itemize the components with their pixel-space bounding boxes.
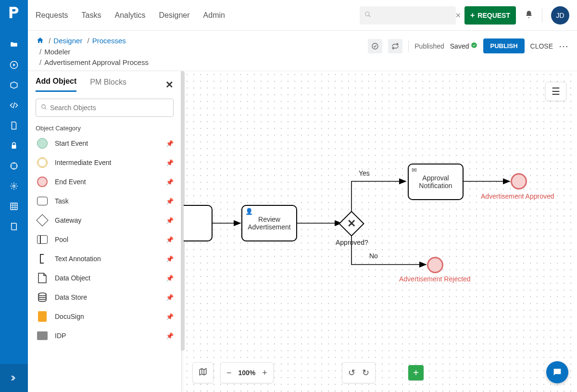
- topnav-requests[interactable]: Requests: [36, 11, 68, 20]
- loop-button-icon[interactable]: [388, 39, 402, 53]
- map-icon: [199, 367, 207, 379]
- nav-book-icon[interactable]: [0, 216, 28, 237]
- history-controls: ↺ ↻: [342, 362, 376, 383]
- more-actions-icon[interactable]: ⋯: [559, 40, 568, 52]
- svg-point-5: [372, 43, 378, 49]
- minimap-button[interactable]: [192, 362, 213, 383]
- gateway-label: Approved?: [336, 239, 368, 246]
- vertical-divider: [542, 8, 542, 23]
- nav-doc-icon[interactable]: [0, 115, 28, 136]
- nav-play-icon[interactable]: [0, 55, 28, 75]
- validate-button-icon[interactable]: [368, 39, 382, 53]
- palette-panel: Add Object PM Blocks ✕ Object Category S…: [28, 71, 182, 392]
- search-objects-input[interactable]: [50, 104, 168, 112]
- process-canvas[interactable]: ☰ 👤: [184, 71, 577, 392]
- topnav-designer[interactable]: Designer: [159, 11, 190, 20]
- task-approval-notification[interactable]: ✉ Approval Notification: [408, 164, 464, 200]
- end-rejected[interactable]: [427, 257, 443, 273]
- end-approved[interactable]: [511, 173, 527, 190]
- pin-icon[interactable]: 📌: [166, 236, 174, 243]
- vertical-divider: [408, 40, 409, 52]
- pin-icon[interactable]: 📌: [166, 178, 174, 186]
- global-search-input[interactable]: [371, 12, 455, 19]
- canvas-menu-icon[interactable]: ☰: [545, 82, 566, 101]
- search-icon: [364, 11, 371, 19]
- user-avatar[interactable]: JD: [551, 6, 569, 25]
- topbar: Requests Tasks Analytics Designer Admin …: [28, 0, 577, 31]
- undo-button[interactable]: ↺: [348, 367, 355, 378]
- palette-text-annotation[interactable]: Text Annotation📌: [32, 249, 178, 268]
- topnav-admin[interactable]: Admin: [203, 11, 225, 20]
- task-review-advertisement[interactable]: 👤 Review Advertisement: [241, 205, 297, 241]
- breadcrumb-home-icon[interactable]: [37, 36, 44, 47]
- close-button[interactable]: CLOSE: [530, 42, 553, 50]
- nav-gear-icon[interactable]: [0, 176, 28, 196]
- nav-folder-icon[interactable]: [0, 35, 28, 55]
- status-published: Published: [414, 42, 444, 50]
- logo: [6, 5, 22, 20]
- partial-task-edge[interactable]: [184, 205, 213, 241]
- svg-point-2: [13, 185, 15, 188]
- pin-icon[interactable]: 📌: [166, 198, 174, 205]
- pin-icon[interactable]: 📌: [166, 255, 174, 263]
- palette-task[interactable]: Task📌: [32, 191, 178, 211]
- add-element-button[interactable]: +: [408, 365, 424, 380]
- search-objects-box[interactable]: [36, 99, 174, 117]
- nav-code-icon[interactable]: [0, 95, 28, 115]
- redo-button[interactable]: ↻: [362, 367, 369, 378]
- zoom-controls: − 100% +: [220, 362, 274, 383]
- nav-lock-icon[interactable]: [0, 136, 28, 156]
- palette-end-event[interactable]: End Event📌: [32, 172, 178, 191]
- clear-icon[interactable]: ✕: [455, 12, 461, 19]
- expand-sidebar-button[interactable]: [0, 364, 28, 392]
- zoom-out-button[interactable]: −: [226, 368, 232, 378]
- palette-gateway[interactable]: Gateway📌: [32, 211, 178, 230]
- palette-pool[interactable]: Pool📌: [32, 230, 178, 249]
- pin-icon[interactable]: 📌: [166, 313, 174, 320]
- status-saved: Saved: [450, 42, 478, 50]
- search-icon: [41, 104, 47, 112]
- pin-icon[interactable]: 📌: [166, 332, 174, 340]
- palette-start-event[interactable]: Start Event📌: [32, 134, 178, 153]
- task-label: Review Advertisement: [248, 215, 290, 231]
- breadcrumb-current: Advertisement Approval Process: [44, 58, 149, 66]
- breadcrumb-designer[interactable]: Designer: [53, 37, 82, 45]
- gateway-approved[interactable]: ✕: [342, 215, 361, 233]
- pin-icon[interactable]: 📌: [166, 275, 174, 282]
- second-bar: /Designer /Processes /Modeler /Advertise…: [28, 31, 577, 71]
- global-search-box[interactable]: ✕: [360, 6, 456, 25]
- breadcrumbs: /Designer /Processes /Modeler /Advertise…: [37, 36, 149, 68]
- user-icon: 👤: [245, 208, 253, 215]
- palette-tab-add-object[interactable]: Add Object: [36, 77, 76, 92]
- topnav-tasks[interactable]: Tasks: [82, 11, 101, 20]
- nav-grid-icon[interactable]: [0, 196, 28, 216]
- topnav-analytics[interactable]: Analytics: [115, 11, 146, 20]
- svg-point-6: [472, 42, 477, 48]
- palette-tab-pm-blocks[interactable]: PM Blocks: [90, 78, 126, 91]
- help-chat-button[interactable]: [546, 361, 568, 383]
- pin-icon[interactable]: 📌: [166, 159, 174, 166]
- breadcrumb-processes[interactable]: Processes: [92, 37, 126, 45]
- nav-box-icon[interactable]: [0, 75, 28, 95]
- palette-data-store[interactable]: Data Store📌: [32, 288, 178, 307]
- palette-data-object[interactable]: Data Object📌: [32, 268, 178, 288]
- palette-intermediate-event[interactable]: Intermediate Event📌: [32, 153, 178, 172]
- edge-no-label: No: [369, 252, 378, 260]
- zoom-in-button[interactable]: +: [262, 368, 267, 378]
- svg-point-7: [42, 105, 46, 109]
- palette-docusign[interactable]: DocuSign📌: [32, 307, 178, 326]
- publish-button[interactable]: PUBLISH: [483, 38, 524, 53]
- sidebar-nav: [0, 0, 28, 392]
- pin-icon[interactable]: 📌: [166, 140, 174, 147]
- canvas-bottom-toolbar: − 100% +: [192, 362, 274, 383]
- object-list: Start Event📌 Intermediate Event📌 End Eve…: [28, 134, 181, 392]
- nav-target-icon[interactable]: [0, 156, 28, 176]
- palette-close-icon[interactable]: ✕: [165, 79, 174, 90]
- end-rejected-label: Advertisement Rejected: [399, 275, 471, 283]
- edge-yes-label: Yes: [359, 169, 370, 177]
- palette-idp[interactable]: IDP📌: [32, 326, 178, 345]
- pin-icon[interactable]: 📌: [166, 217, 174, 224]
- pin-icon[interactable]: 📌: [166, 294, 174, 301]
- request-button[interactable]: +REQUEST: [464, 6, 516, 25]
- bell-icon[interactable]: [525, 10, 533, 20]
